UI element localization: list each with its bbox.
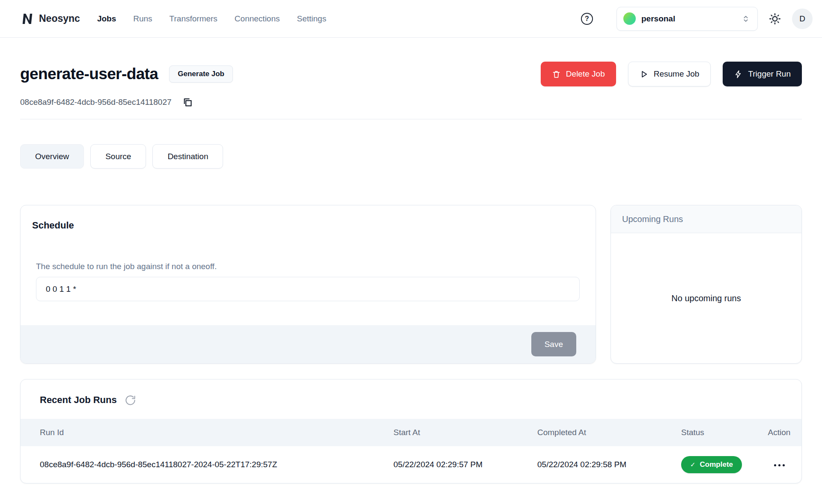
- tab-overview[interactable]: Overview: [20, 144, 84, 169]
- column-status: Status: [670, 419, 757, 446]
- nav-item-connections[interactable]: Connections: [235, 14, 280, 24]
- job-id-row: 08ce8a9f-6482-4dcb-956d-85ec14118027: [20, 96, 802, 109]
- no-upcoming-runs-message: No upcoming runs: [671, 294, 741, 303]
- copy-job-id-button[interactable]: [181, 96, 194, 109]
- cron-schedule-input[interactable]: [36, 277, 580, 301]
- cell-action: [757, 446, 801, 483]
- schedule-card: Schedule The schedule to run the job aga…: [20, 205, 596, 364]
- page-header: generate-user-data Generate Job Delete J…: [20, 62, 802, 86]
- tab-source[interactable]: Source: [90, 144, 146, 169]
- page-title: generate-user-data: [20, 65, 158, 83]
- lightning-icon: [734, 70, 743, 79]
- job-type-badge: Generate Job: [169, 65, 233, 83]
- workspace-select[interactable]: personal: [616, 7, 758, 31]
- status-badge: ✓ Complete: [681, 456, 742, 473]
- cell-run-id: 08ce8a9f-6482-4dcb-956d-85ec14118027-202…: [21, 446, 383, 483]
- page-actions: Delete Job Resume Job: [541, 62, 802, 86]
- column-completed-at: Completed At: [527, 419, 670, 446]
- workspace-avatar: [623, 12, 636, 25]
- table-header-row: Run Id Start At Completed At Status Acti…: [21, 419, 801, 446]
- top-nav: Neosync Jobs Runs Transformers Connectio…: [0, 0, 822, 38]
- nav-left: Neosync Jobs Runs Transformers Connectio…: [21, 12, 326, 26]
- overview-cards-row: Schedule The schedule to run the job aga…: [20, 205, 802, 364]
- theme-toggle-button[interactable]: [767, 11, 783, 27]
- tab-bar: Overview Source Destination: [20, 144, 802, 169]
- ellipsis-icon: [774, 464, 776, 466]
- schedule-description: The schedule to run the job against if n…: [36, 262, 580, 271]
- copy-icon: [182, 97, 193, 108]
- app-root: Neosync Jobs Runs Transformers Connectio…: [0, 0, 822, 483]
- chevron-up-down-icon: [741, 14, 751, 24]
- nav-item-settings[interactable]: Settings: [297, 14, 326, 24]
- check-icon: ✓: [690, 461, 696, 468]
- nav-item-transformers[interactable]: Transformers: [170, 14, 217, 24]
- question-mark-icon: ?: [581, 13, 593, 25]
- row-actions-menu-button[interactable]: [770, 460, 789, 471]
- trash-icon: [552, 70, 561, 79]
- header-divider: [20, 119, 802, 119]
- nav-item-jobs[interactable]: Jobs: [97, 14, 116, 24]
- nav-right: ? personal: [580, 7, 813, 31]
- cell-start-at: 05/22/2024 02:29:57 PM: [383, 446, 527, 483]
- schedule-card-title: Schedule: [32, 220, 580, 231]
- trigger-run-button[interactable]: Trigger Run: [723, 62, 802, 86]
- refresh-button[interactable]: [124, 394, 137, 406]
- sun-icon: [768, 12, 781, 25]
- recent-job-runs-card: Recent Job Runs Run Id Start At: [20, 379, 802, 483]
- neosync-logo-icon: [21, 12, 34, 26]
- nav-item-runs[interactable]: Runs: [133, 14, 152, 24]
- brand[interactable]: Neosync: [21, 12, 80, 26]
- column-action: Action: [757, 419, 801, 446]
- resume-job-button[interactable]: Resume Job: [628, 62, 711, 86]
- schedule-card-footer: Save: [21, 325, 596, 363]
- cell-status: ✓ Complete: [670, 446, 757, 483]
- upcoming-runs-card: Upcoming Runs No upcoming runs: [611, 205, 802, 364]
- help-button[interactable]: ?: [580, 12, 594, 26]
- refresh-icon: [125, 394, 136, 406]
- upcoming-runs-header: Upcoming Runs: [611, 205, 801, 233]
- main-content: generate-user-data Generate Job Delete J…: [0, 62, 822, 483]
- play-icon: [640, 70, 649, 79]
- user-avatar[interactable]: D: [792, 9, 813, 29]
- tab-destination[interactable]: Destination: [152, 144, 223, 169]
- job-id: 08ce8a9f-6482-4dcb-956d-85ec14118027: [20, 98, 172, 107]
- column-run-id: Run Id: [21, 419, 383, 446]
- recent-job-runs-title: Recent Job Runs: [40, 394, 117, 406]
- workspace-name: personal: [641, 14, 675, 24]
- recent-runs-table: Run Id Start At Completed At Status Acti…: [21, 419, 801, 483]
- table-row[interactable]: 08ce8a9f-6482-4dcb-956d-85ec14118027-202…: [21, 446, 801, 483]
- delete-job-button[interactable]: Delete Job: [541, 62, 616, 86]
- column-start-at: Start At: [383, 419, 527, 446]
- brand-label: Neosync: [39, 13, 80, 24]
- nav-links: Jobs Runs Transformers Connections Setti…: [97, 14, 326, 24]
- cell-completed-at: 05/22/2024 02:29:58 PM: [527, 446, 670, 483]
- save-button[interactable]: Save: [531, 332, 576, 356]
